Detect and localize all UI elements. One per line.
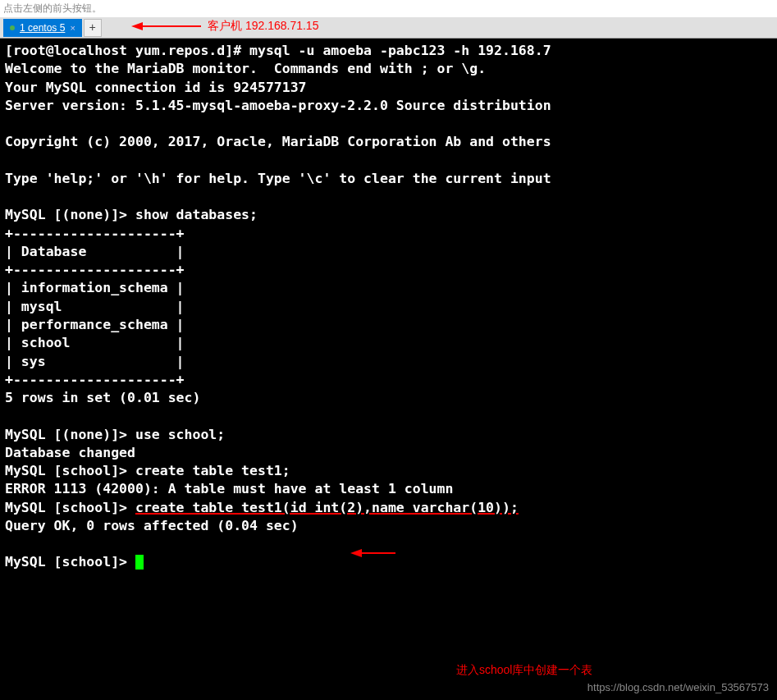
mysql-prompt: MySQL [school]> [5,463,135,478]
mysql-prompt: MySQL [school]> [5,554,135,570]
terminal-line: Type 'help;' or '\h' for help. Type '\c'… [5,171,551,186]
table-border: +--------------------+ [5,262,185,277]
table-row: | mysql | [5,299,185,314]
mysql-command: create table test1; [135,463,290,478]
watermark-url: https://blog.csdn.net/weixin_53567573 [587,680,769,695]
mysql-prompt: MySQL [(none)]> [5,427,135,442]
add-tab-button[interactable]: + [84,19,102,37]
mysql-command-highlighted: create table test1(id int(2),name varcha… [135,500,519,515]
query-ok-message: Query OK, 0 rows affected (0.04 sec) [5,518,299,533]
mysql-prompt-line: MySQL [(none)]> show databases; [5,207,258,222]
mysql-prompt: MySQL [school]> [5,500,135,515]
error-message: ERROR 1113 (42000): A table must have at… [5,481,453,496]
svg-marker-1 [131,22,143,30]
shell-prompt: [root@localhost yum.repos.d]# [5,43,249,58]
annotation-text: 客户机 192.168.71.15 [208,19,318,34]
table-row: | sys | [5,354,185,369]
terminal-line: Server version: 5.1.45-mysql-amoeba-prox… [5,98,551,113]
table-row: | information_schema | [5,280,185,295]
annotation-client-ip: 客户机 192.168.71.15 [131,19,318,34]
mysql-command: use school; [135,427,225,442]
cursor-icon [135,555,144,570]
arrow-left-icon [350,546,395,560]
top-hint-text: 点击左侧的前头按钮。 [0,0,777,17]
shell-command: mysql -u amoeba -pabc123 -h 192.168.7 [249,43,551,58]
terminal-line: Welcome to the MariaDB monitor. Commands… [5,61,486,76]
db-changed-message: Database changed [5,445,135,460]
table-row: | performance_schema | [5,317,185,332]
table-row: | school | [5,335,185,350]
svg-marker-3 [350,549,362,557]
arrow-left-icon [131,19,201,34]
tab-label: 1 centos 5 [20,22,65,34]
table-header: | Database | [5,244,185,259]
tab-bar: 1 centos 5 × + 客户机 192.168.71.15 [0,17,777,39]
table-border: +--------------------+ [5,372,185,387]
table-border: +--------------------+ [5,226,185,241]
annotation-arrow-mid [328,518,395,566]
terminal-output[interactable]: [root@localhost yum.repos.d]# mysql -u a… [0,39,777,700]
terminal-tab[interactable]: 1 centos 5 × [3,19,82,37]
annotation-create-table: 进入school库中创建一个表 [456,662,592,678]
close-icon[interactable]: × [70,23,75,33]
terminal-line: Your MySQL connection id is 924577137 [5,80,307,95]
result-message: 5 rows in set (0.01 sec) [5,390,200,405]
status-dot-icon [10,25,15,30]
terminal-line: Copyright (c) 2000, 2017, Oracle, MariaD… [5,134,551,149]
